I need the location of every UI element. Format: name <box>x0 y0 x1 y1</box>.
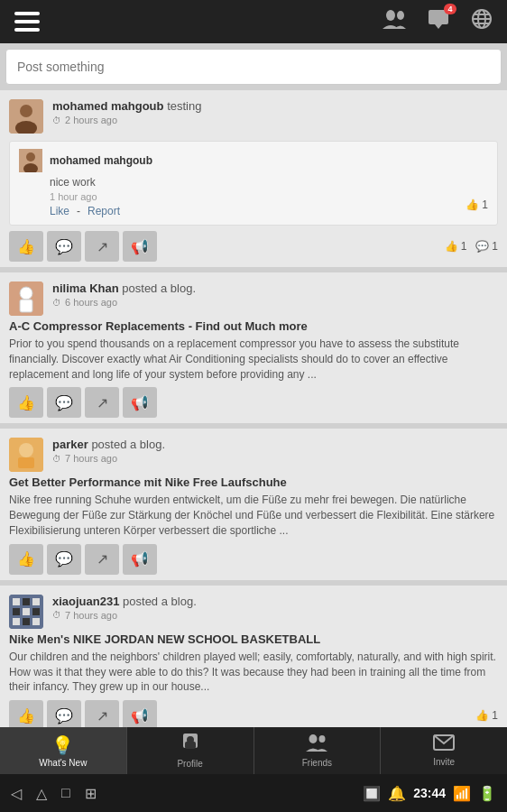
share-button[interactable]: ↗ <box>85 387 119 418</box>
post-action: posted a blog. <box>91 438 165 451</box>
bottom-nav-invite[interactable]: Invite <box>381 727 507 774</box>
flag-button[interactable]: 📢 <box>123 700 157 727</box>
share-button[interactable]: ↗ <box>85 544 119 575</box>
comment-author: mohamed mahgoub <box>50 154 152 167</box>
svg-point-13 <box>26 152 35 161</box>
flag-button[interactable]: 📢 <box>123 231 157 262</box>
friends-nav-icon[interactable] <box>383 9 406 34</box>
svg-rect-28 <box>13 618 20 625</box>
share-button[interactable]: ↗ <box>85 231 119 262</box>
share-button[interactable]: ↗ <box>85 700 119 727</box>
top-navigation-bar: 4 <box>0 0 507 43</box>
like-button[interactable]: 👍 <box>9 544 43 575</box>
messages-nav-icon[interactable]: 4 <box>428 9 449 34</box>
bottom-nav-label: Profile <box>177 759 202 769</box>
like-button[interactable]: 👍 <box>9 387 43 418</box>
action-row: 👍 💬 ↗ 📢 👍 1 💬 1 <box>9 231 498 262</box>
like-link[interactable]: Like <box>50 205 69 217</box>
flag-button[interactable]: 📢 <box>123 387 157 418</box>
post-card: xiaojuan231 posted a blog. ⏱ 7 hours ago… <box>0 586 507 727</box>
svg-rect-17 <box>20 300 32 312</box>
svg-marker-3 <box>435 24 442 29</box>
svg-point-1 <box>397 11 404 20</box>
action-row: 👍 💬 ↗ 📢 <box>9 387 498 418</box>
post-timestamp: ⏱ 2 hours ago <box>52 115 498 125</box>
svg-rect-27 <box>32 608 40 615</box>
svg-point-10 <box>20 105 32 117</box>
bulb-icon: 💡 <box>51 734 74 756</box>
comment-text: nice work <box>50 176 488 189</box>
comment-actions: Like - Report <box>50 205 120 217</box>
bottom-nav-label: Friends <box>302 758 332 768</box>
comment-button[interactable]: 💬 <box>47 700 81 727</box>
svg-point-38 <box>319 735 326 743</box>
system-bar-right: 🔲 🔔 23:44 📶 🔋 <box>363 785 496 802</box>
comment-footer: 1 hour ago Like - Report 👍 1 <box>19 191 488 217</box>
qr-button[interactable]: ⊞ <box>85 785 97 802</box>
post-author: mohamed mahgoub <box>52 99 164 113</box>
bottom-nav-profile[interactable]: Profile <box>127 727 254 774</box>
menu-button[interactable] <box>14 12 40 32</box>
comment-button[interactable]: 💬 <box>47 544 81 575</box>
like-button[interactable]: 👍 <box>9 231 43 262</box>
action-row: 👍 💬 ↗ 📢 👍 1 <box>9 700 498 727</box>
post-timestamp: ⏱ 6 hours ago <box>52 297 498 308</box>
action-buttons: 👍 💬 ↗ 📢 <box>9 231 157 262</box>
comment-avatar <box>19 149 42 172</box>
action-buttons: 👍 💬 ↗ 📢 <box>9 700 157 727</box>
post-timestamp: ⏱ 7 hours ago <box>52 610 498 621</box>
recent-button[interactable]: □ <box>61 785 70 801</box>
post-author: xiaojuan231 <box>52 595 119 608</box>
clock-icon: ⏱ <box>52 115 61 125</box>
comment-button[interactable]: 💬 <box>47 387 81 418</box>
invite-icon <box>433 734 455 755</box>
profile-icon <box>180 733 200 757</box>
post-meta: xiaojuan231 posted a blog. ⏱ 7 hours ago <box>52 595 498 621</box>
back-button[interactable]: ◁ <box>11 785 22 802</box>
avatar <box>9 281 43 316</box>
flag-button[interactable]: 📢 <box>123 544 157 575</box>
clock-icon: ⏱ <box>52 610 61 620</box>
svg-rect-24 <box>32 598 40 605</box>
svg-rect-23 <box>23 598 30 605</box>
post-title: Nike Men's NIKE JORDAN NEW SCHOOL BASKET… <box>9 632 498 646</box>
avatar <box>9 595 43 629</box>
post-header: mohamed mahgoub testing ⏱ 2 hours ago <box>9 99 498 134</box>
action-buttons: 👍 💬 ↗ 📢 <box>9 387 157 418</box>
post-author-line: mohamed mahgoub testing <box>52 99 498 113</box>
screenshot-icon: 🔲 <box>363 785 381 802</box>
action-row: 👍 💬 ↗ 📢 <box>9 544 498 575</box>
post-bar[interactable] <box>5 49 502 85</box>
post-author: parker <box>52 438 88 451</box>
comment-count: 💬 1 <box>475 240 498 253</box>
like-count: 👍 1 <box>445 240 467 253</box>
avatar <box>9 438 43 472</box>
post-author: nilima Khan <box>52 281 119 295</box>
wifi-icon: 📶 <box>453 785 471 802</box>
action-counts: 👍 1 <box>475 709 498 722</box>
friends-icon <box>306 734 327 756</box>
home-button[interactable]: △ <box>36 785 47 802</box>
comment-box: mohamed mahgoub nice work 1 hour ago Lik… <box>9 141 498 226</box>
svg-rect-20 <box>18 457 34 468</box>
post-meta: parker posted a blog. ⏱ 7 hours ago <box>52 438 498 464</box>
comment-button[interactable]: 💬 <box>47 231 81 262</box>
post-author-line: parker posted a blog. <box>52 438 498 451</box>
comment-like-count: 👍 1 <box>466 198 488 211</box>
svg-rect-29 <box>23 618 30 625</box>
bottom-nav-friends[interactable]: Friends <box>254 727 382 774</box>
post-card: mohamed mahgoub testing ⏱ 2 hours ago <box>0 90 507 267</box>
post-title: Get Better Performance mit Nike Free Lau… <box>9 475 498 489</box>
post-action: posted a blog. <box>122 281 196 295</box>
like-count: 👍 1 <box>475 709 498 722</box>
system-bar-left: ◁ △ □ ⊞ <box>11 785 97 802</box>
post-timestamp: ⏱ 7 hours ago <box>52 453 498 464</box>
post-title: A-C Compressor Replacements - Find out M… <box>9 319 498 333</box>
like-button[interactable]: 👍 <box>9 700 43 727</box>
report-link[interactable]: Report <box>88 205 120 217</box>
globe-nav-icon[interactable] <box>471 8 493 35</box>
clock-icon: ⏱ <box>52 454 61 464</box>
post-card: parker posted a blog. ⏱ 7 hours ago Get … <box>0 429 507 579</box>
post-input[interactable] <box>17 60 490 74</box>
bottom-nav-whats-new[interactable]: 💡 What's New <box>0 727 127 774</box>
